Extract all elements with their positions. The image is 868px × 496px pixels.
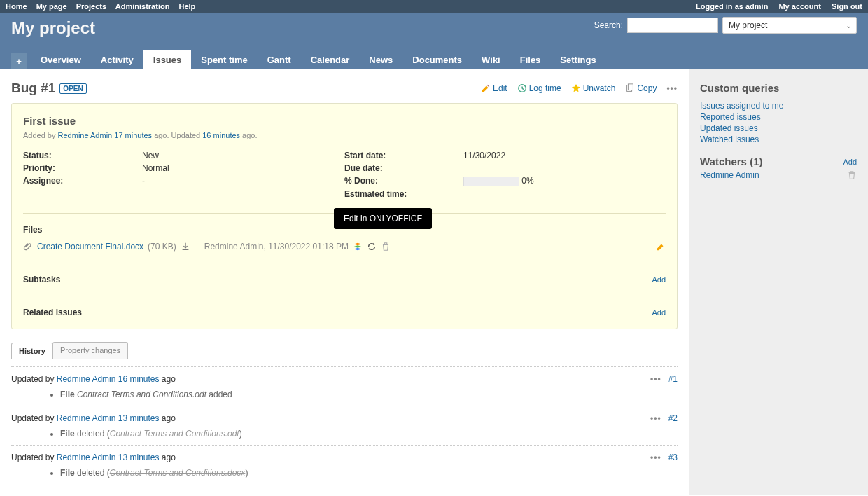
related-issues-label: Related issues bbox=[23, 308, 82, 317]
journal-number-link[interactable]: #3 bbox=[668, 453, 678, 462]
journal-actions-icon[interactable]: ••• bbox=[650, 374, 662, 384]
tab-gantt[interactable]: Gantt bbox=[258, 50, 301, 69]
nav-mypage[interactable]: My page bbox=[36, 2, 67, 11]
edit-button[interactable]: Edit bbox=[481, 83, 507, 93]
remove-watcher-icon[interactable] bbox=[847, 170, 857, 180]
journal-detail: File Contract Terms and Conditions.odt a… bbox=[60, 390, 678, 399]
journal-actions-icon[interactable]: ••• bbox=[650, 413, 662, 423]
journal-entry: Updated by Redmine Admin 16 minutes ago … bbox=[11, 366, 678, 406]
subtasks-label: Subtasks bbox=[23, 275, 60, 284]
journal-detail: File deleted (Contract Terms and Conditi… bbox=[60, 468, 678, 478]
tab-property-changes[interactable]: Property changes bbox=[52, 342, 128, 359]
tab-wiki[interactable]: Wiki bbox=[472, 50, 510, 69]
done-label: % Done: bbox=[344, 176, 463, 186]
query-reported[interactable]: Reported issues bbox=[700, 112, 857, 122]
tooltip-onlyoffice: Edit in ONLYOFFICE bbox=[334, 208, 432, 229]
tab-news[interactable]: News bbox=[359, 50, 402, 69]
query-updated[interactable]: Updated issues bbox=[700, 123, 857, 133]
project-jump-dropdown[interactable]: My project ⌄ bbox=[722, 17, 857, 34]
tab-spent-time[interactable]: Spent time bbox=[191, 50, 257, 69]
done-value: 0% bbox=[522, 176, 533, 186]
issue-heading: Bug #1 OPEN bbox=[11, 81, 87, 96]
journal-time-link[interactable]: 13 minutes bbox=[118, 413, 160, 423]
nav-projects[interactable]: Projects bbox=[76, 2, 106, 11]
tab-files[interactable]: Files bbox=[510, 50, 551, 69]
custom-queries-heading: Custom queries bbox=[700, 82, 857, 94]
journal-author-link[interactable]: Redmine Admin bbox=[57, 374, 116, 384]
new-object-button[interactable]: + bbox=[11, 53, 27, 69]
onlyoffice-icon[interactable] bbox=[353, 242, 363, 252]
tab-calendar[interactable]: Calendar bbox=[301, 50, 360, 69]
star-icon bbox=[571, 83, 581, 93]
journal-author-link[interactable]: Redmine Admin bbox=[57, 453, 116, 462]
more-actions-icon[interactable]: ••• bbox=[666, 83, 678, 93]
nav-myaccount[interactable]: My account bbox=[778, 2, 821, 11]
attachment-row: Create Document Final.docx (70 KB) Redmi… bbox=[23, 242, 666, 252]
tab-documents[interactable]: Documents bbox=[402, 50, 472, 69]
unwatch-button[interactable]: Unwatch bbox=[571, 83, 616, 93]
sidebar: Custom queries Issues assigned to me Rep… bbox=[689, 69, 868, 495]
convert-icon[interactable] bbox=[367, 242, 377, 252]
top-menu: Home My page Projects Administration Hel… bbox=[0, 0, 868, 13]
tab-issues[interactable]: Issues bbox=[144, 50, 191, 69]
assignee-label: Assignee: bbox=[23, 176, 142, 186]
journal-actions-icon[interactable]: ••• bbox=[650, 453, 662, 462]
progress-bar bbox=[463, 177, 519, 186]
main-menu: + Overview Activity Issues Spent time Ga… bbox=[11, 50, 857, 69]
journal-author-link[interactable]: Redmine Admin bbox=[57, 413, 116, 423]
priority-value: Normal bbox=[142, 163, 169, 173]
edit-attachment-icon[interactable] bbox=[656, 242, 666, 252]
journal-number-link[interactable]: #2 bbox=[668, 413, 678, 423]
add-subtask-link[interactable]: Add bbox=[652, 275, 666, 284]
attachment-link[interactable]: Create Document Final.docx bbox=[37, 242, 144, 252]
issue-title: Bug #1 bbox=[11, 81, 55, 96]
status-badge: OPEN bbox=[59, 83, 86, 94]
main-content: Bug #1 OPEN Edit Log time Unwatch bbox=[0, 69, 689, 495]
nav-home[interactable]: Home bbox=[6, 2, 27, 11]
tab-activity[interactable]: Activity bbox=[91, 50, 144, 69]
search-input[interactable] bbox=[627, 18, 718, 33]
journal-number-link[interactable]: #1 bbox=[668, 374, 678, 384]
tab-settings[interactable]: Settings bbox=[550, 50, 606, 69]
download-icon[interactable] bbox=[181, 242, 190, 252]
journal-entry: Updated by Redmine Admin 13 minutes ago … bbox=[11, 406, 678, 445]
copy-button[interactable]: Copy bbox=[625, 83, 657, 93]
search-label: Search: bbox=[594, 20, 623, 30]
watcher-user-link[interactable]: Redmine Admin bbox=[700, 170, 760, 180]
add-watcher-link[interactable]: Add bbox=[843, 158, 857, 166]
due-date-label: Due date: bbox=[344, 163, 463, 173]
query-assigned-to-me[interactable]: Issues assigned to me bbox=[700, 101, 857, 111]
log-time-button[interactable]: Log time bbox=[517, 83, 561, 93]
copy-icon bbox=[625, 83, 635, 93]
query-watched[interactable]: Watched issues bbox=[700, 135, 857, 144]
added-time-link[interactable]: 17 minutes bbox=[114, 131, 152, 139]
project-jump-value: My project bbox=[729, 20, 767, 30]
assignee-value: - bbox=[142, 176, 145, 186]
issue-toolbar: Edit Log time Unwatch Copy ••• bbox=[481, 83, 678, 93]
start-date-value: 11/30/2022 bbox=[463, 151, 505, 160]
attachment-size: (70 KB) bbox=[148, 242, 176, 252]
trash-icon[interactable] bbox=[381, 242, 391, 252]
journal-time-link[interactable]: 13 minutes bbox=[118, 453, 160, 462]
nav-admin[interactable]: Administration bbox=[115, 2, 170, 11]
chevron-down-icon: ⌄ bbox=[846, 21, 852, 30]
status-value: New bbox=[142, 151, 159, 160]
tab-history[interactable]: History bbox=[11, 343, 53, 359]
journal-entry: Updated by Redmine Admin 13 minutes ago … bbox=[11, 445, 678, 484]
tab-overview[interactable]: Overview bbox=[31, 50, 91, 69]
estimated-label: Estimated time: bbox=[344, 189, 463, 199]
updated-time-link[interactable]: 16 minutes bbox=[202, 131, 240, 139]
add-related-link[interactable]: Add bbox=[652, 308, 666, 317]
watchers-heading: Watchers (1) bbox=[700, 156, 762, 167]
svg-rect-2 bbox=[629, 84, 634, 90]
author-link[interactable]: Redmine Admin bbox=[58, 131, 113, 139]
header: Search: My project ⌄ My project + Overvi… bbox=[0, 13, 868, 69]
status-label: Status: bbox=[23, 151, 142, 160]
nav-signout[interactable]: Sign out bbox=[832, 2, 862, 11]
journal-time-link[interactable]: 16 minutes bbox=[118, 374, 160, 384]
attachment-author: Redmine Admin, 11/30/2022 01:18 PM bbox=[204, 242, 349, 252]
quick-search: Search: My project ⌄ bbox=[594, 17, 857, 34]
logged-in-user: admin bbox=[746, 2, 768, 11]
journal-detail: File deleted (Contract Terms and Conditi… bbox=[60, 429, 678, 439]
nav-help[interactable]: Help bbox=[178, 2, 195, 11]
